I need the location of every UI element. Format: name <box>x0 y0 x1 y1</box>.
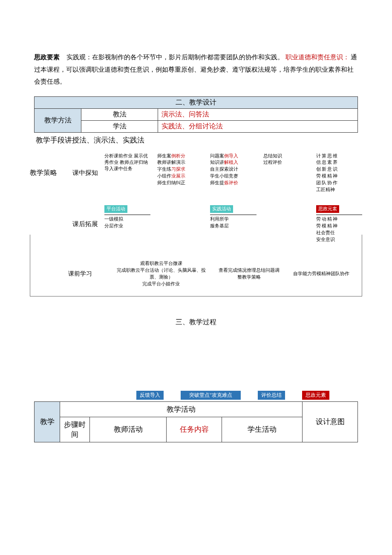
c2e: 师生归纳纠正 <box>157 180 203 186</box>
c3d: 学生小组竞赛 <box>210 173 256 180</box>
divider <box>316 215 362 215</box>
strategy-row-pre-class-box: 课前学习 观看职教云平台微课 完成职教云平台活动（讨论、头脑风暴、投票、测验） … <box>30 235 362 296</box>
c3a-r: 例导入 <box>224 153 238 158</box>
p3b: 劳模精神 <box>316 223 362 230</box>
c4a: 总结知识 <box>263 153 309 160</box>
teach-method-value: 演示法、问答法 <box>158 108 358 120</box>
design-header: 二、教学设计 <box>35 96 358 108</box>
pt-activity-header: 教学活动 <box>60 401 303 417</box>
c3b-r: 解植入 <box>224 160 238 165</box>
tag-platform: 平台活动 <box>104 205 127 213</box>
p3d: 安全意识 <box>316 236 362 243</box>
c2c: 字生练 <box>157 166 171 171</box>
teaching-strategy-block: 教学策略 课中探知 分析课前作业 展示优秀作业 教师点评归纳 导入课中任务 师生… <box>30 153 362 296</box>
c2d: 小组作 <box>157 173 171 178</box>
c2a-r: 例析分 <box>171 153 185 158</box>
tag-breakthrough: 突破堂点"攻克难点 <box>181 391 241 400</box>
stage-in-class: 课中探知 <box>66 169 104 177</box>
hand-label: 教学手段 <box>36 136 65 144</box>
tag-practice: 实践活动 <box>210 205 233 213</box>
col-qualities: 计算思维 信息素养 创新意识 劳模精神 团队协作 工匠精神 <box>316 153 362 194</box>
tag-feedback-intro: 反馈导入 <box>136 391 164 400</box>
pt-design-intent: 设计意图 <box>303 401 358 442</box>
c3c: 自主探索设计 <box>210 166 256 173</box>
process-tags-row: 反馈导入 突破堂点"攻克难点 评价总结 思政元素 <box>34 391 358 400</box>
pt-student-activity: 学生活动 <box>222 417 303 442</box>
c3e-r: 炼评价 <box>224 180 238 185</box>
col-pre-analysis: 分析课前作业 展示优秀作业 教师点评归纳 导入课中任务 <box>104 153 150 194</box>
c4b: 过程评价 <box>263 159 309 166</box>
divider <box>104 215 150 215</box>
method-label-cell: 教学方法 <box>35 108 81 132</box>
pt-teaching-label: 教学 <box>35 401 60 442</box>
col-practice-activity: 实践活动 利用所学 服务基层 <box>210 205 256 243</box>
teach-method-label: 教法 <box>81 108 158 120</box>
c3b: 知识讲 <box>210 160 224 165</box>
pt-teacher-activity: 教师活动 <box>90 417 167 442</box>
pre-class-tasks: 观看职教云平台微课 完成职教云平台活动（讨论、头脑风暴、投票、测验） 完成平台小… <box>113 260 209 288</box>
col-teacher-demo: 师生案例析分 教师讲解演示 字生练习探求 小组作业展示 师生归纳纠正 <box>157 153 203 194</box>
pt-task-content: 任务内容 <box>167 417 222 442</box>
c2d-r: 业展示 <box>171 173 185 178</box>
p1a: 一级模拟 <box>104 216 150 223</box>
col-ideology-elements: 思政元素 劳动精神 劳模精神 社会责任 安全意识 <box>316 205 362 243</box>
stage-after-class: 课后拓展 <box>66 220 104 228</box>
intro-text-1: 实践观：在影视制作的各个环节中，影片后期制作都需要团队的协作和实践。 <box>66 54 284 61</box>
teaching-means-row: 教学手段讲授法、演示法、实践法 <box>34 135 358 145</box>
teaching-process-table: 教学 教学活动 设计意图 步骤时间 教师活动 任务内容 学生活动 <box>34 401 358 442</box>
learn-method-value: 实践法、分组讨论法 <box>158 120 358 132</box>
tag-eval-summary: 评价总结 <box>258 391 285 400</box>
hand-value: 讲授法、演示法、实践法 <box>65 136 144 144</box>
learn-method-label: 学法 <box>81 120 158 132</box>
c2b: 教师讲解演示 <box>157 159 203 166</box>
c3e: 师生提 <box>210 180 224 185</box>
intro-strong-1: 职业道德和责任意识： <box>285 54 349 61</box>
tag-ideology: 思政元素 <box>316 205 339 213</box>
intro-label: 思政要素 <box>34 54 60 61</box>
c5a: 计算思维 <box>316 153 362 160</box>
c3a: 问题案 <box>210 153 224 158</box>
pre-class-review: 查看完成情况僚理总结问题调整教学策略 <box>217 267 281 281</box>
ideological-elements-paragraph: 思政要素 实践观：在影视制作的各个环节中，影片后期制作都需要团队的协作和实践。 … <box>0 9 392 92</box>
p1b: 分层作业 <box>104 223 150 230</box>
pt-step-time: 步骤时间 <box>60 417 90 442</box>
c5f: 工匠精神 <box>316 186 362 193</box>
strategy-label: 教学策略 <box>30 169 66 177</box>
p2a: 利用所学 <box>210 216 256 223</box>
c5b: 信息素养 <box>316 159 362 166</box>
p2b: 服务基层 <box>210 223 256 230</box>
c5e: 团队协作 <box>316 180 362 186</box>
pre-class-qualities: 自学能力劳模精神团队协作 <box>290 270 353 277</box>
c2a: 师生案 <box>157 153 171 158</box>
col-platform-activity: 平台活动 一级模拟 分层作业 <box>104 205 150 243</box>
section-3-title: 三、教学过程 <box>0 318 392 327</box>
c5d: 劳模精神 <box>316 173 362 180</box>
stage-pre-class: 课前学习 <box>39 270 113 278</box>
teaching-design-table: 二、教学设计 教学方法 教法 演示法、问答法 学法 实践法、分组讨论法 <box>34 96 358 133</box>
p3a: 劳动精神 <box>316 216 362 223</box>
tag-ideology-elements: 思政元素 <box>302 391 329 400</box>
col-problem-case: 问题案例导入 知识讲解植入 自主探索设计 学生小组竞赛 师生提炼评价 <box>210 153 256 194</box>
c5c: 创新意识 <box>316 166 362 173</box>
c2c-r: 习探求 <box>171 166 185 171</box>
col-summary: 总结知识 过程评价 <box>263 153 309 194</box>
strategy-row-in-class: 教学策略 课中探知 分析课前作业 展示优秀作业 教师点评归纳 导入课中任务 师生… <box>30 153 362 194</box>
p3c: 社会责任 <box>316 230 362 236</box>
divider <box>210 215 256 215</box>
